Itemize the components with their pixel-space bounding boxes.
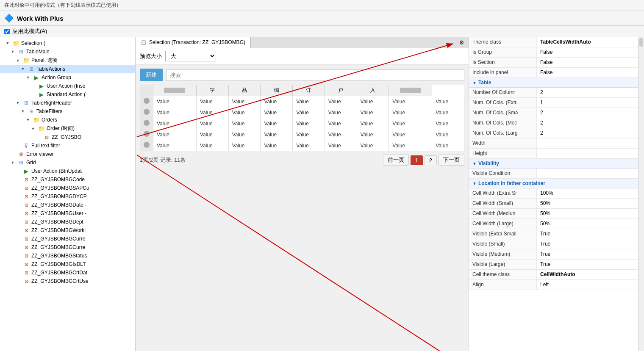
prop-value: 50% (537, 199, 638, 208)
tree-item-standardAction[interactable]: ▶Standard Action ( (0, 90, 135, 99)
page-controls: 前一页12下一页 (383, 155, 464, 166)
prop-value: 2 (537, 128, 638, 138)
cell-1-4: Value (293, 107, 325, 118)
table-row[interactable]: ValueValueValueValueValueValueValueValue… (140, 107, 464, 118)
prop-row: Cell Width (Large)50% (469, 219, 638, 229)
prop-value: TableCellsWidthAuto (537, 37, 638, 47)
cell-0-7: Value (389, 96, 432, 107)
table-row[interactable]: ValueValueValueValueValueValueValueValue… (140, 129, 464, 140)
prop-value: 2 (537, 108, 638, 118)
cell-0-4: Value (293, 96, 325, 107)
apply-checkbox[interactable] (4, 29, 10, 34)
prop-label: Visible (Medium) (469, 249, 537, 259)
row-status-3 (140, 129, 153, 140)
section-header-table[interactable]: ▼Table (469, 78, 638, 88)
section-header-location[interactable]: ▼Location in father container (469, 179, 638, 188)
prop-row: Visible (Large)True (469, 260, 638, 270)
tree-item-field10[interactable]: ⊠ZZ_GYJSBOMBGStatus (0, 252, 135, 260)
tree-item-field12[interactable]: ⊠ZZ_GYJSBOMBGCrtDat (0, 268, 135, 277)
tab-settings-btn[interactable]: ⚙ (455, 37, 469, 48)
prop-label: Is Section (469, 58, 537, 67)
tree-item-field8[interactable]: ⊠ZZ_GYJSBOMBGCurre (0, 235, 135, 243)
tree-item-grid[interactable]: ▼⊞Grid (0, 158, 135, 167)
prop-value: CellWidthAuto (537, 270, 638, 279)
tab-bar: 📋 Selection (Transaction: ZZ_GYJSBOMBG) … (136, 37, 469, 48)
tree-item-field13[interactable]: ⊠ZZ_GYJSBOMBGCrtUse (0, 277, 135, 285)
cell-4-6: Value (357, 140, 389, 151)
tree-item-orders[interactable]: ▼📁Orders (0, 116, 135, 124)
prev-page-button[interactable]: 前一页 (383, 155, 409, 166)
new-button[interactable]: 新建 (140, 69, 163, 81)
tree-item-errorViewer[interactable]: ⊗Error viewer (0, 150, 135, 158)
tree-item-field2[interactable]: ⊠ZZ_GYJSBOMBGSAPCo (0, 184, 135, 192)
tree-item-field1[interactable]: ⊠ZZ_GYJSBOMBGCode (0, 175, 135, 184)
tree-item-selection[interactable]: ▼📁Selection ( (0, 39, 135, 47)
prop-row: Height (469, 149, 638, 159)
table-row[interactable]: ValueValueValueValueValueValueValueValue… (140, 96, 464, 107)
prop-label: Visible (Large) (469, 260, 537, 269)
col-header-2: 品 (228, 85, 261, 96)
apply-label: 应用此模式(A) (12, 28, 47, 35)
tree-item-orderTime[interactable]: ▼📁Order (时间) (0, 124, 135, 133)
tree-item-tableMain[interactable]: ▼⊞TableMain (0, 47, 135, 56)
pagination-row: 1页/2页 记录: 11条 前一页12下一页 (140, 155, 464, 166)
tree-item-userAction[interactable]: ▶User Action (Inse (0, 82, 135, 90)
prop-label: Cell Width (Large) (469, 219, 537, 229)
prop-label: Align (469, 280, 537, 290)
cell-1-2: Value (228, 107, 261, 118)
tree-item-actionGroup[interactable]: ▼▶Action Group (0, 73, 135, 82)
tree-item-panelOptions[interactable]: ▼📁Panel: 选项 (0, 56, 135, 65)
tree-item-tableRightHeader[interactable]: ▼⊞TableRightHeader (0, 99, 135, 107)
prop-value: True (537, 249, 638, 259)
top-bar: 🔷 Work With Plus (0, 11, 644, 26)
tree-item-field11[interactable]: ⊠ZZ_GYJSBOMBGIsDLT (0, 260, 135, 268)
cell-4-2: Value (228, 140, 261, 151)
tree-item-field4[interactable]: ⊠ZZ_GYJSBOMBGDate - (0, 201, 135, 209)
cell-2-5: Value (325, 118, 357, 129)
cell-3-2: Value (228, 129, 261, 140)
col-header-7 (389, 85, 432, 96)
tree-item-field5[interactable]: ⊠ZZ_GYJSBOMBGUser - (0, 209, 135, 218)
prop-label: Visible (Extra Small (469, 229, 537, 239)
tree-item-zzGyjsbo[interactable]: ⊠ZZ_GYJSBO (0, 133, 135, 141)
tree-item-tableFilters[interactable]: ▼⊞TableFilters (0, 107, 135, 116)
table-row[interactable]: ValueValueValueValueValueValueValueValue… (140, 140, 464, 151)
center-panel: 📋 Selection (Transaction: ZZ_GYJSBOMBG) … (136, 37, 469, 351)
cell-1-5: Value (325, 107, 357, 118)
prop-value: 1 (537, 98, 638, 108)
prop-row: Width (469, 138, 638, 149)
prop-row: Cell theme classCellWidthAuto (469, 270, 638, 280)
prop-row: Is SectionFalse (469, 58, 638, 68)
prop-value: Left (537, 280, 638, 290)
preview-size-select[interactable]: 大 中 小 (165, 51, 216, 61)
prop-value: 100% (537, 188, 638, 198)
cell-4-7: Value (389, 140, 432, 151)
page-btn-2[interactable]: 2 (425, 155, 437, 165)
cell-0-0: Value (153, 96, 197, 107)
tree-item-tableActions[interactable]: ▼⊞TableActions (0, 65, 135, 73)
page-btn-1[interactable]: 1 (411, 155, 423, 165)
table-row[interactable]: ValueValueValueValueValueValueValueValue… (140, 118, 464, 129)
main-tab[interactable]: 📋 Selection (Transaction: ZZ_GYJSBOMBG) (136, 37, 251, 48)
prop-row: Visible (Extra SmallTrue (469, 229, 638, 239)
next-page-button[interactable]: 下一页 (439, 155, 464, 166)
cell-2-8: Value (432, 118, 464, 129)
prop-label: Num. Of Cols. (Mec (469, 118, 537, 128)
tree-item-field3[interactable]: ⊠ZZ_GYJSBOMBGDYCP (0, 192, 135, 201)
prop-row: Cell Width (Small)50% (469, 199, 638, 209)
cell-3-5: Value (325, 129, 357, 140)
tree-item-userActionBtn[interactable]: ▶User Action (BtnUpdat (0, 167, 135, 175)
prop-label: Num. Of Cols. (Sma (469, 108, 537, 118)
tree-item-field9[interactable]: ⊠ZZ_GYJSBOMBGCurre (0, 243, 135, 252)
data-table: 字品编订户入 ValueValueValueValueValueValueVal… (140, 85, 464, 151)
hint-bar: 在此对象中可用的模式（有下划线表示模式已使用） (0, 0, 644, 11)
apply-row: 应用此模式(A) (0, 26, 644, 37)
tree-item-field7[interactable]: ⊠ZZ_GYJSBOMBGWorkl (0, 226, 135, 235)
section-header-visibility[interactable]: ▼Visibility (469, 159, 638, 169)
search-input[interactable] (166, 69, 464, 81)
tree-item-fullTextFilter[interactable]: ⊽Full text filter (0, 141, 135, 150)
tree-item-field6[interactable]: ⊠ZZ_GYJSBOMBGDept - (0, 218, 135, 226)
cell-4-8: Value (432, 140, 464, 151)
tab-icon: 📋 (141, 40, 147, 45)
right-scrollbar[interactable] (638, 37, 644, 351)
